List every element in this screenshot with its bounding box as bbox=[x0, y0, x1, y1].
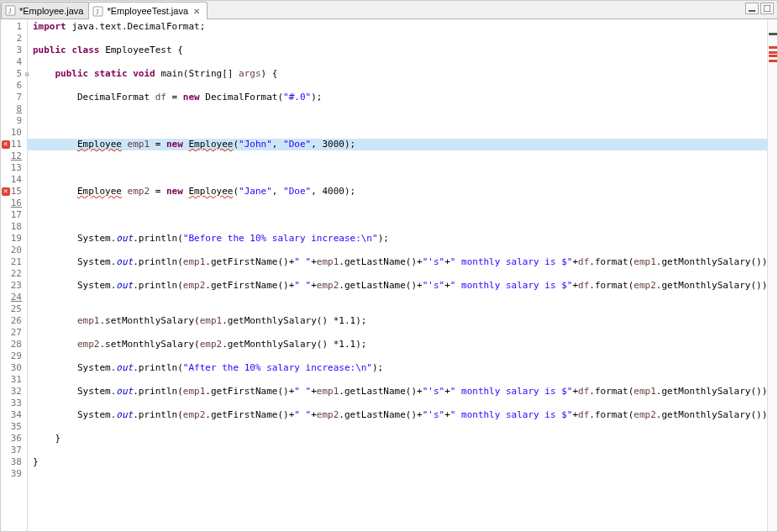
line-number[interactable]: 39 bbox=[1, 468, 27, 480]
line-number[interactable]: 10 bbox=[1, 127, 27, 139]
svg-rect-5 bbox=[764, 5, 770, 12]
line-number[interactable]: 23 bbox=[1, 280, 27, 292]
window-controls bbox=[745, 3, 774, 14]
line-number[interactable]: 25 bbox=[1, 303, 27, 315]
code-editor[interactable]: import java.text.DecimalFormat; public c… bbox=[28, 19, 767, 531]
line-number[interactable]: 6 bbox=[1, 80, 27, 92]
overview-marker[interactable] bbox=[769, 33, 777, 35]
overview-marker[interactable] bbox=[769, 51, 777, 54]
line-number[interactable]: 5 bbox=[1, 68, 27, 80]
line-number-gutter[interactable]: 1234567891011121314151617181920212223242… bbox=[1, 19, 28, 531]
line-number[interactable]: 21 bbox=[1, 256, 27, 268]
line-number[interactable]: 11 bbox=[1, 139, 27, 150]
line-number[interactable]: 20 bbox=[1, 245, 27, 256]
line-number[interactable]: 27 bbox=[1, 327, 27, 339]
line-number[interactable]: 8 bbox=[1, 103, 27, 115]
overview-marker[interactable] bbox=[769, 60, 777, 62]
line-number[interactable]: 19 bbox=[1, 233, 27, 245]
svg-text:J: J bbox=[8, 7, 12, 15]
editor-area: 1234567891011121314151617181920212223242… bbox=[1, 19, 777, 531]
line-number[interactable]: 28 bbox=[1, 339, 27, 350]
tab-label: *Employee.java bbox=[19, 6, 83, 16]
line-number[interactable]: 12 bbox=[1, 150, 27, 162]
line-number[interactable]: 30 bbox=[1, 362, 27, 374]
line-number[interactable]: 33 bbox=[1, 398, 27, 409]
line-number[interactable]: 13 bbox=[1, 162, 27, 174]
line-number[interactable]: 1 bbox=[1, 21, 27, 33]
line-number[interactable]: 9 bbox=[1, 115, 27, 127]
overview-ruler[interactable] bbox=[767, 19, 777, 531]
line-number[interactable]: 24 bbox=[1, 292, 27, 303]
line-number[interactable]: 35 bbox=[1, 421, 27, 433]
line-number[interactable]: 38 bbox=[1, 456, 27, 468]
line-number[interactable]: 16 bbox=[1, 198, 27, 209]
close-icon[interactable]: ✕ bbox=[192, 6, 202, 16]
tab-employeetest[interactable]: J *EmployeeTest.java ✕ bbox=[88, 2, 208, 19]
line-number[interactable]: 18 bbox=[1, 221, 27, 233]
line-number[interactable]: 4 bbox=[1, 56, 27, 68]
svg-text:J: J bbox=[96, 8, 99, 16]
line-number[interactable]: 15 bbox=[1, 186, 27, 198]
line-number[interactable]: 22 bbox=[1, 268, 27, 280]
java-file-icon: J bbox=[5, 5, 16, 16]
line-number[interactable]: 26 bbox=[1, 315, 27, 327]
line-number[interactable]: 29 bbox=[1, 350, 27, 362]
line-number[interactable]: 36 bbox=[1, 433, 27, 445]
line-number[interactable]: 7 bbox=[1, 92, 27, 103]
line-number[interactable]: 32 bbox=[1, 386, 27, 398]
line-number[interactable]: 34 bbox=[1, 409, 27, 421]
minimize-button[interactable] bbox=[745, 3, 759, 14]
maximize-button[interactable] bbox=[760, 3, 774, 14]
java-file-icon: J bbox=[92, 6, 103, 17]
tab-label: *EmployeeTest.java bbox=[107, 6, 188, 16]
line-number[interactable]: 14 bbox=[1, 174, 27, 186]
line-number[interactable]: 2 bbox=[1, 33, 27, 45]
svg-rect-4 bbox=[749, 10, 755, 12]
overview-marker[interactable] bbox=[769, 46, 777, 49]
line-number[interactable]: 37 bbox=[1, 445, 27, 456]
tab-bar: J *Employee.java J *EmployeeTest.java ✕ bbox=[1, 1, 777, 19]
tab-employee[interactable]: J *Employee.java bbox=[1, 2, 89, 18]
overview-marker[interactable] bbox=[769, 55, 777, 57]
line-number[interactable]: 3 bbox=[1, 45, 27, 56]
line-number[interactable]: 31 bbox=[1, 374, 27, 386]
line-number[interactable]: 17 bbox=[1, 209, 27, 221]
